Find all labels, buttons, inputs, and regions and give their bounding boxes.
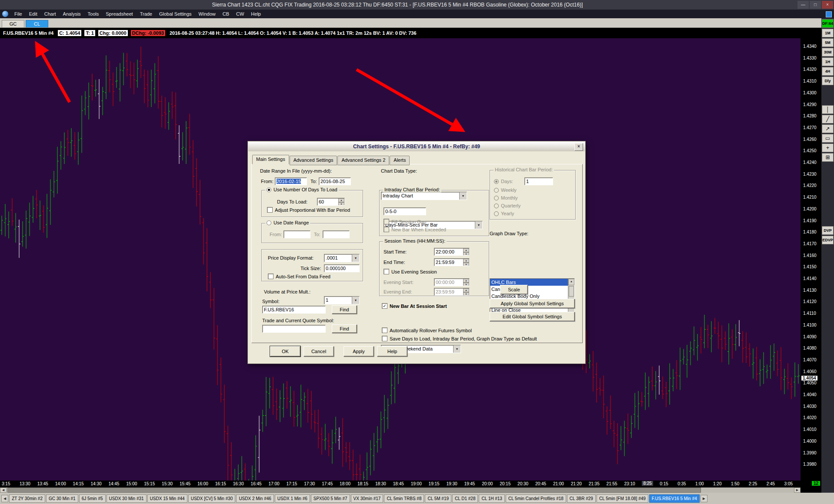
dvp-button[interactable]: DVP bbox=[822, 226, 834, 235]
start-time-spinner[interactable]: ▲ ▼ bbox=[463, 248, 469, 255]
spin-down-icon[interactable]: ▼ bbox=[463, 263, 469, 266]
dialog-tab-main-settings[interactable]: Main Settings bbox=[252, 155, 289, 164]
bottom-tab-cl-5min-trbs-8[interactable]: CL 5min TRBS #8 bbox=[384, 494, 424, 503]
range-from-input[interactable] bbox=[284, 230, 310, 238]
bottom-tab-usdx-15-min-44[interactable]: USDX 15 Min #44 bbox=[147, 494, 187, 503]
menu-tools[interactable]: Tools bbox=[84, 10, 103, 18]
spin-down-icon[interactable]: ▼ bbox=[338, 202, 344, 206]
scroll-left-icon[interactable]: ◀ bbox=[0, 487, 7, 493]
menu-window[interactable]: Window bbox=[195, 10, 219, 18]
historical-monthly-radio[interactable]: Monthly bbox=[494, 195, 518, 200]
symbol-input[interactable]: F.US.RBEV16 bbox=[262, 306, 326, 314]
bottom-tab-cl-1h-13[interactable]: CL 1H #13 bbox=[479, 494, 504, 503]
historical-days-input[interactable]: 1 bbox=[524, 177, 553, 185]
dropdown-arrow-icon[interactable]: ▼ bbox=[475, 221, 482, 229]
dialog-tab-advanced-settings[interactable]: Advanced Settings bbox=[290, 156, 337, 165]
crosshair-tool-icon[interactable]: + bbox=[822, 144, 834, 152]
spin-up-icon[interactable]: ▲ bbox=[463, 259, 469, 263]
menu-cb[interactable]: CB bbox=[219, 10, 233, 18]
timeframe-daily-button[interactable]: Dly bbox=[822, 77, 834, 85]
rollover-checkbox[interactable]: Automatically Rollover Futures Symbol bbox=[382, 327, 472, 333]
bottom-tab-gc-30-min-1[interactable]: GC 30 Min #1 bbox=[46, 494, 78, 503]
volume-mult-combo[interactable]: 1 ▼ bbox=[324, 296, 360, 304]
days-to-load-input[interactable]: 60 ▲ ▼ bbox=[317, 198, 345, 206]
dropdown-arrow-icon[interactable]: ▼ bbox=[352, 297, 359, 304]
menubar-right-icon[interactable] bbox=[826, 11, 832, 17]
bottom-tab-cl-5m-19[interactable]: CL 5M #19 bbox=[425, 494, 451, 503]
spin-down-icon[interactable]: ▼ bbox=[463, 252, 469, 256]
menu-file[interactable]: File bbox=[11, 10, 26, 18]
dialog-close-icon[interactable]: × bbox=[574, 143, 583, 151]
dropdown-arrow-icon[interactable]: ▼ bbox=[352, 254, 359, 262]
menu-chart[interactable]: Chart bbox=[41, 10, 60, 18]
bottom-tab-cl-3br-29[interactable]: CL 3BR #29 bbox=[567, 494, 596, 503]
horizontal-scrollbar[interactable]: ◀ ▶ bbox=[0, 487, 801, 493]
dialog-tab-advanced-settings-2[interactable]: Advanced Settings 2 bbox=[337, 156, 389, 165]
timeframe-5m-button[interactable]: 5M bbox=[822, 38, 834, 47]
bottom-tab-cl-5min-fm-18-08-49[interactable]: CL 5min [FM 18.08] #49 bbox=[597, 494, 648, 503]
scrollbar-thumb[interactable] bbox=[7, 487, 701, 493]
bottom-tab-cl-5min-candel-profiles-18[interactable]: CL 5min Candel Profiles #18 bbox=[506, 494, 566, 503]
end-time-spinner[interactable]: ▲ ▼ bbox=[463, 259, 469, 266]
historical-weekly-radio[interactable]: Weekly bbox=[494, 187, 517, 193]
tick-size-input[interactable]: 0.000100 bbox=[324, 264, 360, 272]
bottom-tab-usdx-30-min-31[interactable]: USDX 30 Min #31 bbox=[107, 494, 147, 503]
spin-down-icon[interactable]: ▼ bbox=[463, 292, 469, 296]
chart-tab-cl[interactable]: CL bbox=[26, 20, 48, 27]
to-date-input[interactable]: 2016-08-25 bbox=[319, 177, 351, 185]
close-button[interactable]: × bbox=[822, 1, 833, 9]
trade-symbol-find-button[interactable]: Find bbox=[332, 324, 357, 333]
bottom-tab-usdx-1-min-6[interactable]: USDX 1 Min #6 bbox=[275, 494, 310, 503]
tab-scroll-right-icon[interactable]: ▶ bbox=[701, 495, 707, 502]
evening-start-spinner[interactable]: ▲ ▼ bbox=[463, 279, 469, 286]
historical-yearly-radio[interactable]: Yearly bbox=[494, 211, 514, 216]
evening-end-spinner[interactable]: ▲ ▼ bbox=[463, 288, 469, 295]
evening-start-input[interactable]: 00:00:00 ▲ ▼ bbox=[434, 278, 470, 286]
end-time-input[interactable]: 21:59:59 ▲ ▼ bbox=[434, 258, 470, 266]
historical-days-radio[interactable]: Days: bbox=[494, 179, 513, 184]
menu-cw[interactable]: CW bbox=[233, 10, 247, 18]
maximize-button[interactable]: □ bbox=[810, 1, 821, 9]
evening-end-input[interactable]: 23:59:59 ▲ ▼ bbox=[434, 288, 470, 296]
apply-button[interactable]: Apply bbox=[344, 346, 374, 357]
spin-up-icon[interactable]: ▲ bbox=[463, 279, 469, 283]
price-scale[interactable]: 1.43401.43301.43201.43101.43001.42901.42… bbox=[801, 28, 821, 493]
apply-global-symbol-settings-button[interactable]: Apply Global Symbol Settings bbox=[490, 299, 575, 308]
range-to-input[interactable] bbox=[323, 230, 350, 238]
scale-button[interactable]: Scale bbox=[500, 285, 528, 294]
tab-scroll-left-icon[interactable]: ◀ bbox=[1, 495, 8, 502]
edvp-button[interactable]: EDVP bbox=[822, 236, 834, 244]
cancel-button[interactable]: Cancel bbox=[304, 346, 334, 357]
bar-period-detail-input[interactable]: 0-5-0 bbox=[384, 207, 426, 215]
grid-tool-icon[interactable]: ⊞ bbox=[822, 153, 834, 162]
start-time-input[interactable]: 22:00:00 ▲ ▼ bbox=[434, 248, 470, 256]
timeframe-1m-button[interactable]: 1M bbox=[822, 29, 834, 37]
dropdown-arrow-icon[interactable]: ▼ bbox=[453, 345, 460, 353]
adjust-proportional-checkbox[interactable]: Adjust Proportional With Bar Period bbox=[267, 207, 350, 213]
autoset-checkbox[interactable]: Auto-Set From Data Feed bbox=[268, 274, 330, 279]
dialog-tab-alerts[interactable]: Alerts bbox=[390, 156, 410, 165]
menu-trade[interactable]: Trade bbox=[137, 10, 156, 18]
scroll-right-icon[interactable]: ▶ bbox=[794, 487, 801, 493]
new-bar-session-start-checkbox[interactable]: ✓New Bar At Session Start bbox=[382, 303, 447, 309]
spin-up-icon[interactable]: ▲ bbox=[463, 288, 469, 292]
trendline-tool-icon[interactable]: ╱ bbox=[822, 115, 834, 123]
spin-up-icon[interactable]: ▲ bbox=[338, 198, 344, 202]
bottom-tab-usdx-cv-5-min-30[interactable]: USDX [CV] 5 Min #30 bbox=[188, 494, 236, 503]
from-date-input[interactable]: 2016-02-15 bbox=[275, 177, 307, 185]
scroll-up-icon[interactable]: ▲ bbox=[568, 279, 574, 285]
use-evening-session-checkbox[interactable]: Use Evening Session bbox=[384, 269, 437, 274]
save-defaults-checkbox[interactable]: Save Days to Load, Intraday Bar Period, … bbox=[382, 336, 537, 341]
use-date-range-radio[interactable] bbox=[267, 220, 271, 225]
df-badge[interactable]: DF:64 bbox=[822, 19, 834, 28]
bottom-tab-f-us-rbev16-5-min-4[interactable]: F.US.RBEV16 5 Min #4 bbox=[649, 494, 700, 503]
help-button[interactable]: Help bbox=[377, 346, 407, 357]
bottom-tab-zt-2y-30min-2[interactable]: ZT 2Y 30min #2 bbox=[9, 494, 45, 503]
days-to-load-spinner[interactable]: ▲ ▼ bbox=[338, 198, 344, 205]
ok-button[interactable]: OK bbox=[270, 346, 300, 357]
dialog-titlebar[interactable]: Chart Settings - F.US.RBEV16 5 Min #4 - … bbox=[248, 142, 585, 151]
minimize-button[interactable]: — bbox=[797, 1, 809, 9]
listbox-scroll-thumb[interactable] bbox=[569, 286, 574, 297]
cursor-tool-icon[interactable]: │ bbox=[822, 105, 834, 114]
menu-analysis[interactable]: Analysis bbox=[60, 10, 84, 18]
